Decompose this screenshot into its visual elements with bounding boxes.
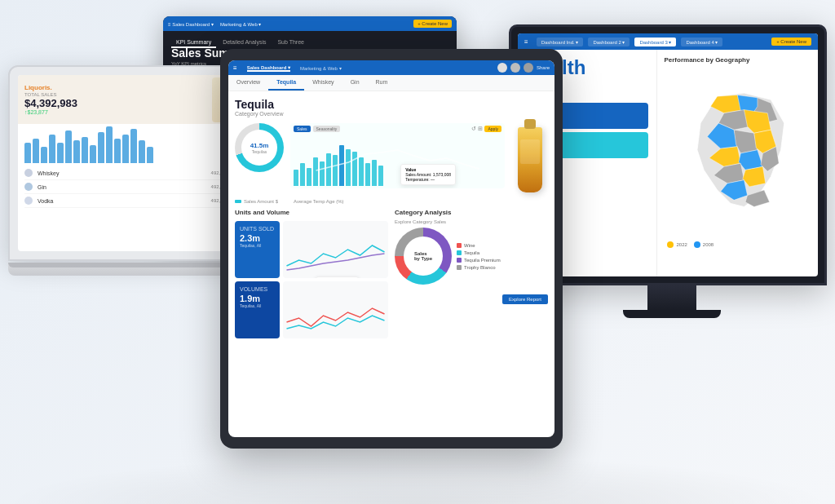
tablet-menu-icon: ≡ — [233, 64, 237, 72]
scene-shadow — [0, 455, 835, 504]
tab-whiskey[interactable]: Whiskey — [304, 75, 342, 91]
tablet-body-content: Tequila Category Overview 41.5m Tequilas — [228, 91, 554, 345]
tablet-body: ≡ Sales Dashboard ▾ Marketing & Web ▾ Sh… — [220, 49, 563, 449]
bottle-label — [520, 139, 540, 164]
tequila-subtitle: Category Overview — [235, 111, 548, 117]
laptop-change: ↑$23,877 — [24, 109, 205, 115]
dark-nav: ≡ Sales Dashboard ▾ Marketing & Web ▾ + … — [163, 16, 457, 31]
tablet-nav: ≡ Sales Dashboard ▾ Marketing & Web ▾ Sh… — [228, 60, 554, 75]
units-title: Units and Volume — [235, 209, 388, 216]
tequila-bar-chart: Sales Seasonality ↺ ⊞ Apply — [290, 123, 505, 188]
volume-sublabel: Tequilas, All — [240, 303, 275, 308]
volume-chart — [283, 281, 388, 338]
tequila-row1: 41.5m Tequilas Sales Seasonality — [235, 123, 548, 192]
whiskey-name: Whiskey — [38, 170, 206, 176]
toggle-seasonality[interactable]: Seasonality — [313, 126, 341, 132]
map-visualization: 2022 2008 — [664, 67, 811, 230]
nav-dashboard2[interactable]: Dashboard 2 ▾ — [588, 38, 630, 46]
monitor-create-btn[interactable]: + Create New — [771, 38, 811, 46]
avatar2 — [510, 63, 520, 73]
legend-2022: 2022 — [667, 241, 687, 248]
bottle-container — [511, 123, 548, 192]
gin-name: Gin — [38, 184, 206, 190]
tablet-nav-marketing[interactable]: Marketing & Web ▾ — [300, 65, 342, 71]
monitor-stand — [647, 285, 696, 310]
map-title: Performance by Geography — [664, 56, 811, 64]
category-section: Category Analysis Explore Category Sales… — [395, 209, 548, 338]
menu-icon: ≡ — [524, 38, 528, 46]
units-sublabel: Tequilas, All — [240, 243, 275, 248]
nav-dashboard4[interactable]: Dashboard 4 ▾ — [681, 38, 722, 46]
tablet-nav-icons: Share — [497, 63, 550, 73]
monitor-base — [623, 310, 721, 318]
explore-report-btn-area: Explore Report — [395, 290, 548, 304]
gin-icon — [24, 183, 33, 191]
tequila-title: Tequila — [235, 98, 548, 111]
chart-toggles: Sales Seasonality ↺ ⊞ Apply — [290, 123, 505, 135]
units-section: Units and Volume UNITS SOLD 2.3m Tequila… — [235, 209, 388, 338]
category-donut: Salesby Type — [395, 228, 452, 285]
vodka-name: Vodka — [38, 198, 206, 204]
tab-tequila[interactable]: Tequila — [268, 75, 304, 91]
donut-center: Salesby Type — [404, 237, 443, 276]
category-title: Category Analysis — [395, 209, 548, 216]
whiskey-icon — [24, 169, 33, 177]
laptop-brand: Liquoris. — [24, 84, 205, 91]
tab-overview[interactable]: Overview — [228, 75, 268, 91]
dark-nav-marketing: Marketing & Web ▾ — [220, 21, 262, 27]
dark-nav-title: ≡ Sales Dashboard ▾ — [168, 21, 214, 27]
toggle-sales[interactable]: Sales — [294, 126, 311, 132]
bar-chart-area — [290, 135, 505, 188]
units-row: UNITS SOLD 2.3m Tequilas, All — [235, 221, 388, 278]
tab-rum[interactable]: Rum — [368, 75, 396, 91]
monitor-screen: ≡ Dashboard Ind. ▾ Dashboard 2 ▾ Dashboa… — [518, 33, 818, 276]
tablet: ≡ Sales Dashboard ▾ Marketing & Web ▾ Sh… — [220, 49, 563, 449]
explore-label: Explore Category Sales — [395, 219, 548, 224]
monitor-right: Performance by Geography — [657, 50, 818, 276]
volume-value: 1.9m — [240, 294, 275, 303]
chart-action-icons: ↺ ⊞ Apply — [471, 126, 501, 132]
tequila-circle: 41.5m Tequilas — [235, 123, 284, 172]
circle-label: Tequilas — [252, 149, 267, 154]
avatar3 — [524, 63, 533, 73]
tablet-screen: ≡ Sales Dashboard ▾ Marketing & Web ▾ Sh… — [228, 60, 554, 437]
filter-icon[interactable]: ⊞ — [478, 126, 483, 132]
kpi-tab-row: KPI Summary Detailed Analysis Sub Three — [171, 39, 448, 45]
circle-area: 41.5m Tequilas — [235, 123, 284, 192]
category-legend: Wine Tequila Tequila Premium — [457, 243, 501, 270]
bottom-sections: Units and Volume UNITS SOLD 2.3m Tequila… — [235, 209, 548, 338]
value-tooltip: Value Sales Amount: 1,573,008 Temperatur… — [400, 164, 456, 185]
vodka-icon — [24, 197, 33, 205]
volume-row: VOLUMES 1.9m Tequilas, All — [235, 281, 388, 338]
monitor-body-content: Health Data KPI Metric 1 87.2% KPI Metri… — [518, 50, 818, 276]
tablet-tabs: Overview Tequila Whiskey Gin Rum — [228, 75, 554, 91]
units-sold-box: UNITS SOLD 2.3m Tequilas, All — [235, 221, 280, 278]
circle-value: 41.5m — [250, 142, 269, 149]
tequila-bottle — [518, 127, 542, 192]
avatar1 — [497, 63, 507, 73]
category-content: Salesby Type Wine — [395, 228, 548, 285]
explore-report-btn[interactable]: Explore Report — [502, 294, 548, 304]
create-btn[interactable]: + Create New — [413, 20, 452, 28]
units-value: 2.3m — [240, 233, 275, 243]
units-chart: Units Sold Units: 57% Percentage: 52.8% — [283, 221, 388, 278]
units-tooltip: Units Sold Units: 57% Percentage: 52.8% — [316, 276, 359, 278]
chart-legend: Sales Amount $ Average Temp Age (%) — [235, 199, 548, 204]
laptop-main-number: $4,392,983 — [24, 97, 205, 109]
scene: ≡ Sales Dashboard ▾ Marketing & Web ▾ + … — [0, 0, 835, 504]
legend-2008: 2008 — [694, 241, 714, 248]
apply-btn[interactable]: Apply — [484, 126, 501, 132]
nav-dashboard3[interactable]: Dashboard 3 ▾ — [634, 38, 676, 46]
monitor-nav: ≡ Dashboard Ind. ▾ Dashboard 2 ▾ Dashboa… — [518, 33, 818, 50]
nav-dashboard1[interactable]: Dashboard Ind. ▾ — [537, 38, 584, 46]
tablet-nav-sales[interactable]: Sales Dashboard ▾ — [247, 64, 290, 72]
tab-gin[interactable]: Gin — [342, 75, 368, 91]
share-btn[interactable]: Share — [537, 65, 550, 70]
volume-box: VOLUMES 1.9m Tequilas, All — [235, 281, 280, 338]
refresh-icon[interactable]: ↺ — [471, 126, 476, 132]
